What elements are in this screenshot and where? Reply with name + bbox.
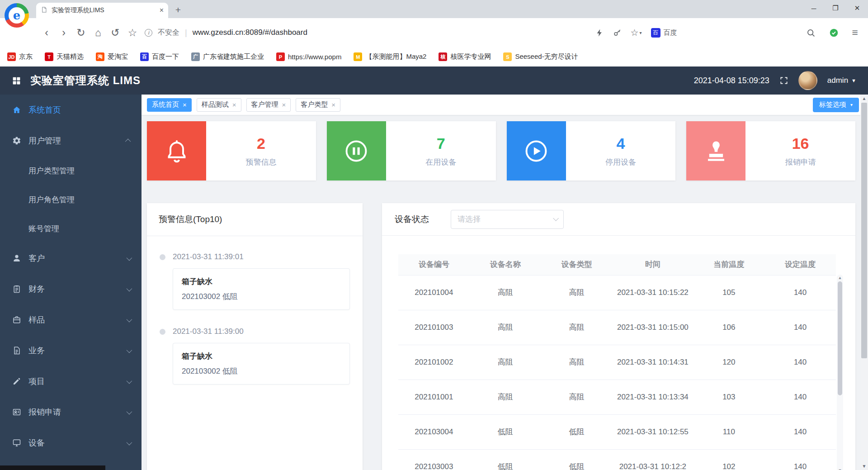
- sidebar-subitem-user-role[interactable]: 用户角色管理: [0, 185, 142, 214]
- sidebar-item-project[interactable]: 项目: [0, 366, 142, 397]
- page-scrollbar-thumb[interactable]: [861, 103, 867, 358]
- scroll-up-icon[interactable]: ▲: [837, 275, 843, 280]
- stat-card-reimburse: 16 报销申请: [686, 121, 855, 180]
- bookmark-favicon: T: [45, 52, 53, 61]
- device-status-select[interactable]: 请选择: [451, 210, 564, 229]
- sidebar-item-sample[interactable]: 样品: [0, 304, 142, 335]
- table-cell: 140: [764, 345, 836, 380]
- bookmark-item[interactable]: 百 百度一下: [140, 52, 179, 61]
- tag-options-button[interactable]: 标签选项 ▾: [813, 98, 859, 112]
- stamp-icon: [686, 121, 745, 180]
- table-scrollbar-thumb[interactable]: [838, 281, 842, 395]
- hamburger-menu-icon[interactable]: ≡: [852, 27, 858, 39]
- bookmark-item[interactable]: 广 广东省建筑施工企业: [191, 52, 264, 61]
- browser-tab[interactable]: 实验管理系统LIMS ×: [36, 3, 168, 18]
- minimize-button[interactable]: ─: [803, 0, 825, 16]
- info-icon[interactable]: i: [145, 29, 152, 37]
- undo-button[interactable]: ↺: [107, 27, 124, 39]
- time-text: 2021-03-31 10:15:22: [613, 286, 692, 299]
- taskbar-peek[interactable]: [0, 465, 105, 470]
- shield-check-icon[interactable]: [829, 28, 839, 38]
- stat-label: 在用设备: [425, 157, 456, 167]
- table-cell-time: 2021-03-31 10:15:22: [612, 275, 693, 310]
- page-tabs-bar: 系统首页 × 样品测试 × 客户管理 × 客户类型 × 标签选项 ▾: [142, 95, 868, 115]
- sidebar-item-reimburse[interactable]: 报销申请: [0, 397, 142, 427]
- chevron-down-icon: ▾: [640, 30, 642, 35]
- bookmark-item[interactable]: S Seeseed-无穷尽设计: [503, 52, 578, 61]
- window-close-button[interactable]: ✕: [846, 0, 868, 16]
- lightning-icon[interactable]: [595, 28, 604, 37]
- bookmark-label: 核医学专业网: [450, 52, 491, 61]
- address-bar[interactable]: i 不安全 | www.gzesdi.cn:8089/#/dashboard ☆…: [145, 27, 806, 38]
- page-scrollbar[interactable]: ▲ ▼: [860, 95, 868, 470]
- refresh-button[interactable]: ↻: [72, 27, 90, 39]
- url-text[interactable]: www.gzesdi.cn:8089/#/dashboard: [193, 28, 307, 37]
- stat-body: 16 报销申请: [745, 121, 855, 180]
- stat-cards: 2 预警信息 7 在用设备 4 停用设备 16 报销申请: [147, 121, 855, 180]
- browser-logo-letter: e: [9, 7, 25, 24]
- sidebar-item-finance[interactable]: 财务: [0, 274, 142, 304]
- favorites-star-button[interactable]: ☆: [124, 27, 141, 39]
- bookmark-item[interactable]: 淘 爱淘宝: [96, 52, 128, 61]
- chevron-up-icon: [125, 138, 131, 144]
- page-tab-3[interactable]: 客户类型 ×: [296, 98, 340, 112]
- baidu-extension-badge[interactable]: 百 百度: [651, 28, 677, 38]
- avatar[interactable]: [798, 71, 817, 90]
- maximize-button[interactable]: ❐: [825, 0, 846, 16]
- chevron-down-icon: [127, 378, 132, 384]
- table-cell: 202101003: [398, 310, 470, 345]
- table-header-cell: 设备类型: [541, 254, 613, 275]
- sidebar-item-device[interactable]: 设备: [0, 427, 142, 458]
- page-tab-1[interactable]: 样品测试 ×: [197, 98, 241, 112]
- table-cell: 高阻: [541, 345, 613, 380]
- header-datetime: 2021-04-08 15:09:23: [694, 76, 769, 85]
- page-tab-0[interactable]: 系统首页 ×: [147, 98, 192, 112]
- sidebar-item-business[interactable]: 业务: [0, 335, 142, 366]
- bookmark-favicon: JD: [7, 52, 16, 61]
- browser-logo-icon[interactable]: e: [5, 3, 29, 28]
- warning-time: 2021-03-31 11:39:01: [173, 252, 350, 261]
- address-trailing-icons: ☆▾ 百 百度: [595, 27, 677, 38]
- scroll-down-icon[interactable]: ▼: [837, 468, 843, 470]
- close-icon[interactable]: ×: [183, 101, 187, 108]
- grid-icon[interactable]: [12, 76, 21, 85]
- sidebar-item-home[interactable]: 系统首页: [0, 95, 142, 125]
- search-icon[interactable]: [806, 28, 816, 38]
- table-scrollbar[interactable]: ▲ ▼: [837, 275, 843, 470]
- sidebar-item-user-mgmt[interactable]: 用户管理: [0, 125, 142, 156]
- user-menu[interactable]: admin▼: [827, 76, 856, 85]
- pause-icon: [327, 121, 386, 180]
- tab-close-icon[interactable]: ×: [160, 6, 164, 14]
- forward-button[interactable]: ›: [55, 27, 72, 39]
- fullscreen-icon[interactable]: [779, 76, 788, 85]
- scroll-up-icon[interactable]: ▲: [860, 96, 868, 101]
- box-icon: [12, 315, 21, 324]
- toolbar-right-icons: ≡: [806, 27, 861, 39]
- warning-title: 箱子缺水: [182, 276, 341, 287]
- table-cell: 低阻: [470, 414, 541, 449]
- sidebar-item-label: 设备: [28, 437, 45, 448]
- bookmark-item[interactable]: M 【亲测能用】Maya2: [354, 52, 426, 61]
- sidebar-subitem-account[interactable]: 账号管理: [0, 214, 142, 243]
- bookmark-item[interactable]: JD 京东: [7, 52, 33, 61]
- close-icon[interactable]: ×: [331, 101, 335, 108]
- time-text: 2021-03-31 10:12:2: [613, 461, 692, 470]
- close-icon[interactable]: ×: [232, 101, 236, 108]
- scroll-down-icon[interactable]: ▼: [860, 464, 868, 469]
- sidebar-subitem-user-type[interactable]: 用户类型管理: [0, 156, 142, 185]
- page-tab-2[interactable]: 客户管理 ×: [246, 98, 291, 112]
- bookmark-item[interactable]: P https://www.popm: [276, 52, 341, 61]
- sidebar-item-customer[interactable]: 客户: [0, 243, 142, 274]
- chevron-down-icon: [127, 285, 132, 291]
- bookmark-item[interactable]: T 天猫精选: [45, 52, 84, 61]
- bookmark-item[interactable]: 核 核医学专业网: [439, 52, 491, 61]
- browser-home-button[interactable]: ⌂: [90, 27, 107, 39]
- browser-toolbar: ‹ › ↻ ⌂ ↺ ☆ i 不安全 | www.gzesdi.cn:8089/#…: [0, 18, 868, 47]
- close-icon[interactable]: ×: [282, 101, 286, 108]
- back-button[interactable]: ‹: [38, 27, 55, 39]
- bookmark-star-dropdown[interactable]: ☆▾: [631, 27, 642, 38]
- new-tab-button[interactable]: +: [171, 3, 185, 17]
- table-cell-time: 2021-03-31 10:12:2: [612, 449, 693, 470]
- table-header-cell: 当前温度: [693, 254, 764, 275]
- key-icon[interactable]: [613, 28, 622, 37]
